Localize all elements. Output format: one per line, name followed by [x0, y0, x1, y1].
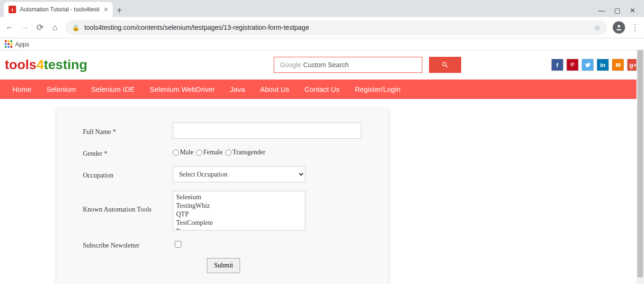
content-area: Full Name * Gender * Male Female Transge…	[0, 99, 644, 284]
forward-icon[interactable]: →	[20, 23, 29, 33]
main-nav: Home Selenium Selenium IDE Selenium WebD…	[0, 80, 644, 99]
nav-about[interactable]: About Us	[252, 80, 297, 99]
gender-female-label[interactable]: Female	[203, 149, 223, 156]
search-wrap: Google Custom Search	[274, 57, 461, 73]
tool-option[interactable]: TestingWhiz	[176, 202, 302, 210]
search-input[interactable]: Google Custom Search	[274, 57, 422, 73]
apps-label[interactable]: Apps	[15, 41, 29, 48]
bookmarks-bar: Apps	[0, 38, 644, 50]
search-placeholder: Custom Search	[303, 61, 349, 69]
search-provider-label: Google	[280, 61, 301, 69]
nav-selenium[interactable]: Selenium	[39, 80, 84, 99]
social-links: f in ✉ g+	[551, 59, 639, 71]
nav-register[interactable]: Register/Login	[347, 80, 408, 99]
nav-contact[interactable]: Contact Us	[297, 80, 347, 99]
occupation-select[interactable]: Select Occupation	[173, 166, 305, 182]
nav-selenium-ide[interactable]: Selenium IDE	[84, 80, 143, 99]
window-controls: — ▢ ✕	[598, 7, 640, 17]
search-button[interactable]	[429, 57, 461, 73]
tab-close-icon[interactable]: ×	[104, 6, 108, 13]
occupation-label: Occupation	[83, 169, 173, 179]
pinterest-icon[interactable]	[566, 59, 579, 71]
svg-point-0	[617, 25, 620, 27]
gender-male-label[interactable]: Male	[180, 149, 194, 156]
nav-home[interactable]: Home	[5, 80, 39, 99]
full-name-label: Full Name *	[83, 125, 173, 136]
home-icon[interactable]: ⌂	[50, 23, 60, 33]
back-icon[interactable]: ←	[5, 23, 14, 33]
tool-option[interactable]: TestComplete	[176, 219, 302, 227]
gender-female-radio[interactable]	[196, 150, 202, 156]
tab-title: Automation Tutorial - tools4testi	[20, 6, 101, 13]
page-scrollbar[interactable]	[636, 50, 644, 284]
omnibox-url: tools4testing.com/contents/selenium/test…	[84, 24, 594, 31]
gender-transgender-label[interactable]: Transgender	[233, 149, 265, 156]
newsletter-checkbox[interactable]	[175, 241, 181, 248]
gender-male-radio[interactable]	[173, 150, 179, 156]
tool-option[interactable]: Selenium	[176, 193, 302, 202]
twitter-icon[interactable]	[581, 59, 594, 71]
linkedin-icon[interactable]: in	[597, 59, 609, 71]
submit-button[interactable]: Submit	[207, 258, 240, 273]
omnibox[interactable]: 🔒 tools4testing.com/contents/selenium/te…	[65, 20, 607, 35]
nav-selenium-webdriver[interactable]: Selenium WebDriver	[142, 80, 222, 99]
tools-listbox[interactable]: Selenium TestingWhiz QTP TestComplete Ra…	[173, 191, 305, 231]
gender-transgender-radio[interactable]	[225, 150, 232, 156]
tool-option[interactable]: QTP	[176, 210, 302, 219]
star-icon[interactable]: ☆	[594, 23, 600, 32]
tools-label: Known Automation Tools	[83, 191, 173, 213]
minimize-icon[interactable]: —	[598, 7, 605, 14]
full-name-input[interactable]	[173, 123, 361, 139]
newsletter-label: Subscribe Newsletter	[83, 239, 173, 249]
nav-java[interactable]: Java	[223, 80, 253, 99]
lock-icon: 🔒	[72, 24, 80, 31]
new-tab-button[interactable]: +	[113, 4, 126, 17]
page-header: tools4testing Google Custom Search f in …	[0, 50, 644, 80]
scrollbar-thumb[interactable]	[637, 50, 643, 277]
apps-icon[interactable]	[5, 40, 12, 48]
registration-form: Full Name * Gender * Male Female Transge…	[57, 108, 388, 284]
profile-icon[interactable]	[613, 21, 625, 34]
mail-icon[interactable]: ✉	[612, 59, 624, 71]
search-icon	[441, 61, 449, 69]
page: tools4testing Google Custom Search f in …	[0, 50, 644, 284]
reload-icon[interactable]: ⟳	[35, 22, 45, 33]
tool-option[interactable]: Ranorex	[176, 227, 302, 231]
close-icon[interactable]: ✕	[630, 7, 635, 14]
site-logo[interactable]: tools4testing	[5, 57, 87, 72]
browser-toolbar: ← → ⟳ ⌂ 🔒 tools4testing.com/contents/sel…	[0, 17, 644, 38]
tab-favicon: t	[9, 6, 16, 13]
maximize-icon[interactable]: ▢	[614, 7, 620, 14]
browser-tab-strip: t Automation Tutorial - tools4testi × + …	[0, 0, 644, 17]
gender-label: Gender *	[83, 147, 173, 158]
browser-tab[interactable]: t Automation Tutorial - tools4testi ×	[4, 2, 113, 17]
facebook-icon[interactable]: f	[551, 59, 564, 71]
kebab-menu-icon[interactable]: ⋮	[631, 22, 639, 33]
